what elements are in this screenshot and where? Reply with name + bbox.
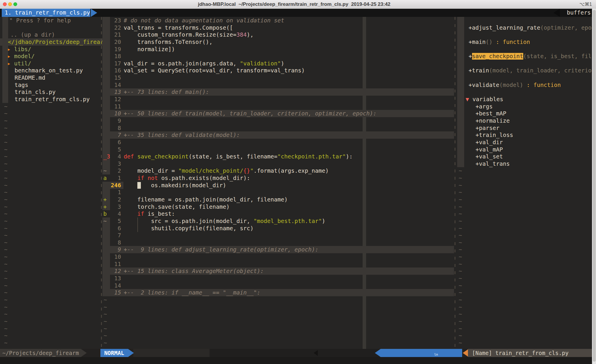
code-line[interactable]: 21 custom_transform.Resize(size=384), [102,31,454,38]
editor-empty-line-tilde: ~ [104,318,112,325]
code-line[interactable]: 16val_set = QuerySet(root=val_dir, trans… [102,67,454,74]
code-text: def save_checkpoint(state, is_best, file… [124,153,353,160]
code-line[interactable]: 2+ filename = os.path.join(model_dir, fi… [102,196,454,203]
tagbar-entry-val_trans[interactable]: +val_trans [456,160,596,167]
line-number: 17 [102,60,121,67]
fold-line[interactable]: 10+-- 50 lines: def train(model, train_l… [102,110,454,117]
code-line[interactable]: 12 [102,96,454,103]
nerdtree-split-separator[interactable] [101,17,102,349]
code-line[interactable]: 15 [102,74,454,81]
code-line[interactable]: 2~ model_dir = "model/check_point/{}".fo… [102,167,454,174]
nerdtree-item-train-retr-from-cls-py[interactable]: train_retr_from_cls.py [0,96,115,103]
tab-train-retr-from-cls[interactable]: 1. train_retr_from_cls.py [2,9,90,17]
code-line[interactable]: 8 [102,239,454,246]
code-line[interactable]: 18 [102,53,454,60]
nerdtree-item-benchmark-on-test-py[interactable]: benchmark_on_test.py [0,67,115,74]
line-number: 3 [102,160,121,167]
tagbar-entry-validate[interactable]: +validate(model) : function [456,81,596,89]
code-line[interactable]: 14 [102,81,454,89]
code-line[interactable]: 246 os.makedirs(model_dir) [102,182,454,189]
scrollbar[interactable] [592,9,596,364]
scrollbar-thumb[interactable] [593,10,596,362]
line-number: 21 [102,31,121,38]
fold-line[interactable]: 9+-- 9 lines: def adjust_learning_rate(o… [102,246,454,253]
tagbar-empty-line-tilde: ~ [459,260,467,268]
tagbar-entry-best_mAP[interactable]: +best_mAP [456,110,596,117]
tag-signature: () [486,39,492,45]
code-line[interactable]: 9 [102,117,454,124]
tagbar-entry-save_checkpoint[interactable]: +save_checkpoint(state, is_best, fil> [456,53,596,60]
fold-line[interactable]: 13+-- 73 lines: def main(): [102,88,454,96]
nerdtree-item-util-[interactable]: ▸ util/ [0,60,108,67]
code-line[interactable]: 6 [102,139,454,146]
nerdtree-item-train-cls-py[interactable]: train_cls.py [0,88,115,96]
code-line[interactable]: 22val_trans = transforms.Compose([ [102,24,454,31]
tagbar-entry-train_loss[interactable]: +train_loss [456,131,596,139]
tagbar-entry-val_set[interactable]: +val_set [456,153,596,160]
code-line[interactable]: 1 [102,189,454,196]
tagbar-entry-val_mAP[interactable]: +val_mAP [456,146,596,153]
nerdtree-item-readme-md[interactable]: README.md [0,74,115,81]
nerdtree-empty-line-tilde: ~ [4,117,13,124]
tagbar-split-separator[interactable] [455,17,455,349]
code-line[interactable]: 3+ torch.save(state, filename) [102,203,454,210]
code-line[interactable]: 3 [102,160,454,167]
tagbar-entry-normalize[interactable]: +normalize [456,117,596,124]
code-line[interactable]: 8 [102,124,454,132]
code-text: val_trans = transforms.Compose([ [124,24,233,31]
tagbar-entry-val_dir[interactable]: +val_dir [456,139,596,146]
tagbar-entry-train[interactable]: +train(model, train_loader, criterio> [456,67,596,74]
nerdtree-item-libs-[interactable]: ▸ libs/ [0,46,108,53]
nerdtree-empty-line-tilde: ~ [4,253,13,260]
code-line[interactable]: 23# do not do data augmentation on valid… [102,17,454,24]
close-window-icon[interactable] [3,2,7,6]
nerdtree-item-tags[interactable]: tags [0,81,115,89]
code-line[interactable]: 6 shutil.copyfile(filename, src) [102,225,454,232]
window-shortcut-badge: ⌥⌘1 [579,1,592,7]
tag-signature: (optimizer, epo [540,24,592,31]
code-line[interactable]: 11 [102,260,454,268]
nerdtree-item--press-for-help[interactable]: " Press ? for help [0,17,110,24]
line-number: 8 [102,124,121,132]
tagbar-entry-main[interactable]: +main() : function [456,38,596,46]
fold-line[interactable]: 12+-- 15 lines: class AverageMeter(objec… [102,267,454,275]
code-line[interactable]: 5 [102,146,454,153]
code-line[interactable]: 19 normalize]) [102,46,454,53]
tagbar-entry-args[interactable]: +args [456,103,596,110]
nerdtree-empty-line-tilde: ~ [4,103,13,110]
code-line[interactable]: 20 transforms.ToTensor(), [102,38,454,46]
buffers-separator-icon [554,9,560,17]
nerdtree-empty-line-tilde: ~ [4,210,13,217]
code-line[interactable]: 14 [102,282,454,289]
code-line[interactable]: 11 [102,103,454,110]
tagbar-entry-parser[interactable]: +parser [456,124,596,132]
nerdtree-item--jdhao-projects-deep-firear[interactable]: </jdhao/Projects/deep_firear› [0,38,109,46]
tagbar-empty-line-tilde: ~ [459,339,467,347]
code-line[interactable]: 17val_dir = os.path.join(args.data, "val… [102,60,454,67]
buffers-label[interactable]: buffers [567,9,591,17]
code-line[interactable]: 5~ src = os.path.join(model_dir, "model_… [102,217,454,225]
line-number: 1 [102,189,121,196]
tag-name: val_trans [479,160,510,167]
nerdtree-empty-line-tilde: ~ [4,167,13,174]
nerdtree-item--up-a-dir-[interactable]: .. (up a dir) [0,31,111,38]
tagbar-empty-line-tilde: ~ [459,225,467,232]
code-line[interactable]: 1a if not os.path.exists(model_dir): [102,174,454,182]
nerdtree-empty-line-tilde: ~ [4,267,13,275]
tagbar-section-variables[interactable]: ▼ variables [456,96,596,103]
code-line[interactable]: 7 [102,232,454,239]
fold-line[interactable]: 15+-- 2 lines: if __name__ == "__main__"… [102,289,454,296]
minimize-window-icon[interactable] [8,2,12,6]
zoom-window-icon[interactable] [13,2,17,6]
code-line[interactable]: 10 [102,253,454,260]
nerdtree-empty-line-tilde: ~ [4,182,13,189]
command-line[interactable] [0,357,596,364]
code-line[interactable]: 4_3def save_checkpoint(state, is_best, f… [102,153,454,160]
nerdtree-item-model-[interactable]: ▸ model/ [0,53,108,60]
fold-line[interactable]: 7+-- 35 lines: def validate(model): [102,131,454,139]
code-line[interactable]: 13 [102,275,454,282]
code-line[interactable]: 4b if is_best: [102,210,454,217]
tagbar-entry-adjust_learning_rate[interactable]: +adjust_learning_rate(optimizer, epo> [456,24,596,31]
tagbar-empty-line-tilde: ~ [459,275,467,282]
tag-fold-icon: + [469,53,472,60]
